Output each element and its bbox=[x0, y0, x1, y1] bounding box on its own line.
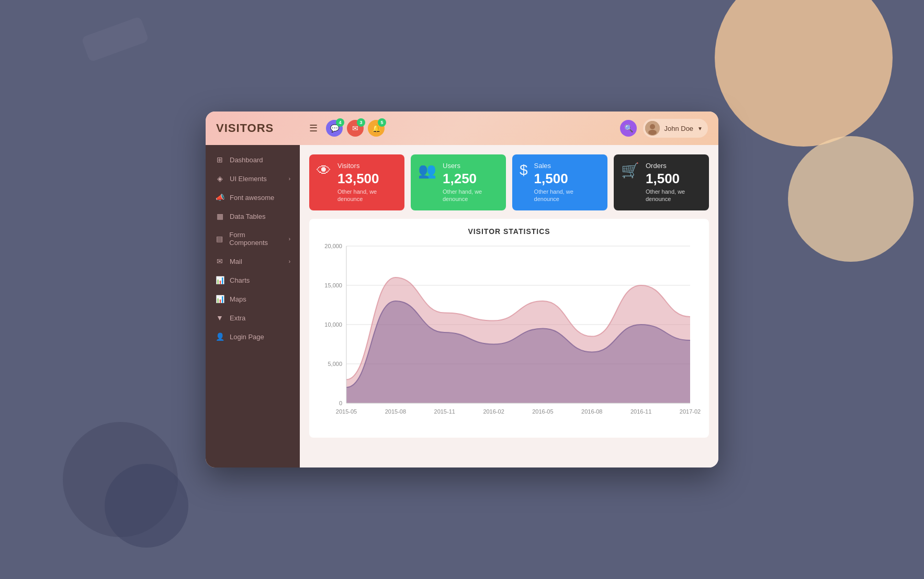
stat-label-visitors: Visitors bbox=[337, 162, 397, 170]
stat-label-sales: Sales bbox=[534, 162, 600, 170]
stat-info-users: Users 1,250 Other hand, we denounce bbox=[443, 162, 499, 203]
chart-title: VISITOR STATISTICS bbox=[318, 227, 701, 236]
chevron-icon-form-components: › bbox=[289, 236, 290, 242]
stat-info-visitors: Visitors 13,500 Other hand, we denounce bbox=[337, 162, 397, 203]
stat-number-users: 1,250 bbox=[443, 171, 499, 187]
sidebar-icon-font-awesome: 📣 bbox=[215, 193, 224, 202]
stat-icon-orders: 🛒 bbox=[621, 162, 639, 179]
svg-point-2 bbox=[648, 130, 657, 135]
stat-label-users: Users bbox=[443, 162, 499, 170]
bell-button[interactable]: 🔔 5 bbox=[368, 120, 385, 137]
sidebar-label-font-awesome: Font awesome bbox=[230, 194, 274, 202]
sidebar-item-form-components[interactable]: ▤ Form Components › bbox=[206, 226, 300, 252]
svg-point-1 bbox=[650, 124, 655, 129]
chat-button[interactable]: 💬 4 bbox=[326, 120, 343, 137]
sidebar-icon-charts: 📊 bbox=[215, 276, 224, 284]
topbar-icons: ☰ 💬 4 ✉ 3 🔔 5 bbox=[305, 120, 385, 137]
stat-icon-visitors: 👁 bbox=[317, 162, 331, 179]
svg-text:2016-02: 2016-02 bbox=[483, 408, 504, 415]
sidebar-icon-mail: ✉ bbox=[215, 257, 224, 265]
user-profile[interactable]: John Doe ▼ bbox=[643, 119, 708, 138]
sidebar-icon-ui-elements: ◈ bbox=[215, 174, 224, 183]
sidebar-label-data-tables: Data Tables bbox=[230, 213, 265, 220]
svg-text:15,000: 15,000 bbox=[324, 282, 342, 288]
app-title: VISITORS bbox=[216, 121, 300, 135]
svg-text:2015-11: 2015-11 bbox=[434, 408, 455, 415]
sidebar-item-extra[interactable]: ▼ Extra bbox=[206, 308, 300, 327]
chevron-down-icon: ▼ bbox=[697, 126, 703, 131]
sidebar-item-mail[interactable]: ✉ Mail › bbox=[206, 252, 300, 271]
top-bar: VISITORS ☰ 💬 4 ✉ 3 🔔 5 🔍 bbox=[206, 112, 718, 145]
topbar-right: 🔍 John Doe ▼ bbox=[620, 119, 708, 138]
sidebar-label-login-page: Login Page bbox=[230, 333, 264, 341]
sidebar-label-ui-elements: UI Elements bbox=[230, 175, 267, 183]
stat-sub-orders: Other hand, we denounce bbox=[646, 188, 702, 203]
svg-text:2016-08: 2016-08 bbox=[581, 408, 602, 415]
sidebar-icon-login-page: 👤 bbox=[215, 332, 224, 341]
svg-text:2017-02: 2017-02 bbox=[680, 408, 701, 415]
avatar-image bbox=[645, 121, 660, 136]
stat-info-sales: Sales 1,500 Other hand, we denounce bbox=[534, 162, 600, 203]
chart-container: VISITOR STATISTICS 05,00010,00015,00020,… bbox=[309, 219, 709, 438]
svg-text:2015-08: 2015-08 bbox=[385, 408, 406, 415]
chart-wrap: 05,00010,00015,00020,0002015-052015-0820… bbox=[318, 241, 701, 429]
svg-text:10,000: 10,000 bbox=[324, 321, 342, 328]
stat-label-orders: Orders bbox=[646, 162, 702, 170]
visitor-statistics-chart: 05,00010,00015,00020,0002015-052015-0820… bbox=[318, 241, 701, 429]
stat-icon-users: 👥 bbox=[418, 162, 436, 179]
sidebar-item-data-tables[interactable]: ▦ Data Tables bbox=[206, 207, 300, 226]
bell-badge: 5 bbox=[378, 118, 386, 127]
stat-number-orders: 1,500 bbox=[646, 171, 702, 187]
sidebar-label-charts: Charts bbox=[230, 276, 250, 284]
stat-card-orders: 🛒 Orders 1,500 Other hand, we denounce bbox=[614, 154, 709, 210]
chevron-icon-ui-elements: › bbox=[289, 176, 290, 182]
sidebar-item-font-awesome[interactable]: 📣 Font awesome bbox=[206, 188, 300, 207]
user-name: John Doe bbox=[664, 125, 693, 132]
svg-text:2015-05: 2015-05 bbox=[336, 408, 357, 415]
sidebar-label-extra: Extra bbox=[230, 314, 245, 322]
stat-card-sales: $ Sales 1,500 Other hand, we denounce bbox=[512, 154, 607, 210]
sidebar-item-login-page[interactable]: 👤 Login Page bbox=[206, 327, 300, 346]
chevron-icon-mail: › bbox=[289, 259, 290, 264]
stat-card-users: 👥 Users 1,250 Other hand, we denounce bbox=[411, 154, 506, 210]
sidebar-item-charts[interactable]: 📊 Charts bbox=[206, 271, 300, 290]
stat-card-visitors: 👁 Visitors 13,500 Other hand, we denounc… bbox=[309, 154, 404, 210]
chat-badge: 4 bbox=[336, 118, 344, 127]
svg-text:2016-05: 2016-05 bbox=[532, 408, 553, 415]
stat-cards: 👁 Visitors 13,500 Other hand, we denounc… bbox=[309, 154, 709, 210]
stat-icon-sales: $ bbox=[520, 162, 528, 179]
main-area: ⊞ Dashboard ◈ UI Elements › 📣 Font aweso… bbox=[206, 145, 718, 467]
sidebar-label-dashboard: Dashboard bbox=[230, 156, 263, 164]
sidebar-icon-dashboard: ⊞ bbox=[215, 155, 224, 164]
svg-text:5,000: 5,000 bbox=[328, 361, 342, 367]
search-button[interactable]: 🔍 bbox=[620, 120, 637, 137]
mail-badge: 3 bbox=[357, 118, 365, 127]
mail-button[interactable]: ✉ 3 bbox=[347, 120, 364, 137]
sidebar-icon-form-components: ▤ bbox=[215, 235, 224, 243]
stat-sub-visitors: Other hand, we denounce bbox=[337, 188, 397, 203]
sidebar-item-dashboard[interactable]: ⊞ Dashboard bbox=[206, 150, 300, 169]
stat-sub-sales: Other hand, we denounce bbox=[534, 188, 600, 203]
content-area: 👁 Visitors 13,500 Other hand, we denounc… bbox=[300, 145, 718, 467]
sidebar-label-maps: Maps bbox=[230, 295, 246, 303]
sidebar-icon-extra: ▼ bbox=[215, 314, 224, 322]
menu-button[interactable]: ☰ bbox=[305, 120, 322, 137]
bg-decoration-5 bbox=[81, 16, 149, 62]
svg-text:0: 0 bbox=[339, 400, 342, 406]
stat-sub-users: Other hand, we denounce bbox=[443, 188, 499, 203]
avatar bbox=[645, 121, 660, 136]
hamburger-icon: ☰ bbox=[309, 123, 318, 134]
svg-text:2016-11: 2016-11 bbox=[630, 408, 651, 415]
sidebar: ⊞ Dashboard ◈ UI Elements › 📣 Font aweso… bbox=[206, 145, 300, 467]
stat-number-sales: 1,500 bbox=[534, 171, 600, 187]
sidebar-item-ui-elements[interactable]: ◈ UI Elements › bbox=[206, 169, 300, 188]
sidebar-label-mail: Mail bbox=[230, 258, 242, 265]
bg-decoration-4 bbox=[788, 136, 914, 262]
stat-info-orders: Orders 1,500 Other hand, we denounce bbox=[646, 162, 702, 203]
search-icon: 🔍 bbox=[624, 124, 633, 132]
sidebar-item-maps[interactable]: 📊 Maps bbox=[206, 290, 300, 308]
sidebar-icon-maps: 📊 bbox=[215, 295, 224, 303]
app-frame: VISITORS ☰ 💬 4 ✉ 3 🔔 5 🔍 bbox=[206, 112, 718, 467]
stat-number-visitors: 13,500 bbox=[337, 171, 397, 187]
bg-decoration-3 bbox=[715, 0, 893, 147]
